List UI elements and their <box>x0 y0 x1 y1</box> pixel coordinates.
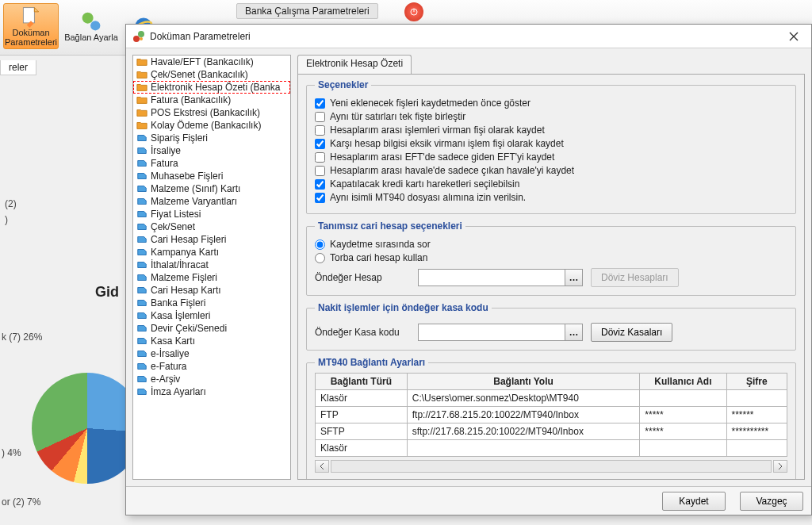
tree-item[interactable]: Fatura (Bankacılık) <box>133 94 290 106</box>
tree-item-label: Kolay Ödeme (Bankacılık) <box>151 120 261 131</box>
document-icon <box>19 6 43 28</box>
legend-undef: Tanımsız cari hesap seçenekleri <box>315 220 465 232</box>
tree-item[interactable]: Malzeme Varyantları <box>133 195 290 208</box>
close-button[interactable] <box>783 28 805 45</box>
tree-item[interactable]: Çek/Senet (Bankacılık) <box>133 68 290 81</box>
save-button[interactable]: Kaydet <box>662 492 726 511</box>
table-cell[interactable] <box>640 390 726 407</box>
table-cell[interactable] <box>726 440 787 457</box>
option-row: Aynı tür satırları tek fişte birleştir <box>315 111 787 122</box>
tree-item[interactable]: Kolay Ödeme (Bankacılık) <box>133 119 290 132</box>
radio[interactable] <box>315 240 325 250</box>
default-cash-input[interactable]: … <box>418 324 583 341</box>
legend-cash: Nakit işlemler için öndeğer kasa kodu <box>315 302 492 313</box>
currency-cash-button[interactable]: Döviz Kasaları <box>591 323 672 342</box>
tree-list[interactable]: Havale/EFT (Bankacılık)Çek/Senet (Bankac… <box>132 55 291 480</box>
table-cell[interactable] <box>726 390 787 407</box>
radio[interactable] <box>315 253 325 263</box>
table-row[interactable]: KlasörC:\Users\omer.sonmez\Desktop\MT940 <box>316 390 787 407</box>
scroll-right-button[interactable] <box>773 460 787 473</box>
power-button[interactable] <box>404 2 423 21</box>
default-cash-field[interactable] <box>419 324 565 340</box>
table-row[interactable]: Klasör <box>316 440 787 457</box>
checkbox[interactable] <box>315 98 325 109</box>
scroll-track[interactable] <box>331 460 772 473</box>
tree-item-label: Havale/EFT (Bankacılık) <box>151 56 254 67</box>
option-row: Aynı isimli MT940 dosyası alımına izin v… <box>315 192 787 203</box>
table-cell[interactable]: ********** <box>726 423 787 440</box>
checkbox[interactable] <box>315 152 325 163</box>
tree-item[interactable]: Kasa İşlemleri <box>133 309 290 322</box>
checkbox[interactable] <box>315 193 325 203</box>
checkbox[interactable] <box>315 179 325 190</box>
radio-label: Torba cari hesap kullan <box>330 252 427 263</box>
table-cell[interactable]: sftp://217.68.215.20:10022/MT940/Inbox <box>407 423 640 440</box>
tree-item[interactable]: İmza Ayarları <box>133 385 290 398</box>
radio-label: Kaydetme sırasında sor <box>330 239 431 250</box>
tree-item[interactable]: İrsaliye <box>133 144 290 157</box>
lookup-button[interactable]: … <box>565 270 582 285</box>
tree-item[interactable]: Sipariş Fişleri <box>133 132 290 144</box>
tree-item[interactable]: Fiyat Listesi <box>133 208 290 220</box>
tree-item[interactable]: Elektronik Hesap Özeti (Banka <box>133 81 290 94</box>
table-cell[interactable]: ***** <box>640 407 726 423</box>
ribbon-btn-doc-params[interactable]: Doküman Parametreleri <box>3 3 59 49</box>
tree-item-label: Fatura (Bankacılık) <box>151 94 231 105</box>
tree-item[interactable]: Malzeme (Sınıf) Kartı <box>133 182 290 195</box>
tree-item[interactable]: Cari Hesap Kartı <box>133 284 290 297</box>
fieldset-options: Seçenekler Yeni eklenecek fişleri kaydet… <box>306 79 796 214</box>
tree-item[interactable]: Kasa Kartı <box>133 335 290 347</box>
table-cell[interactable]: ***** <box>640 423 726 440</box>
tree-item-label: İmza Ayarları <box>151 386 206 397</box>
table-cell[interactable]: Klasör <box>316 390 408 407</box>
default-account-input[interactable]: … <box>418 269 583 286</box>
table-cell[interactable]: SFTP <box>316 423 408 440</box>
tree-item-label: Kampanya Kartı <box>151 247 219 258</box>
tree-item[interactable]: İthalat/İhracat <box>133 259 290 271</box>
table-cell[interactable]: ****** <box>726 407 787 423</box>
ribbon-btn-conn-settings[interactable]: Bağlan Ayarla <box>63 3 119 49</box>
lookup-button-cash[interactable]: … <box>565 324 582 340</box>
sub-tab[interactable]: reler <box>0 60 36 75</box>
horizontal-scrollbar[interactable] <box>315 460 787 473</box>
cancel-button[interactable]: Vazgeç <box>740 492 803 511</box>
tree-item[interactable]: Malzeme Fişleri <box>133 271 290 284</box>
tree-item[interactable]: Havale/EFT (Bankacılık) <box>133 56 290 68</box>
scroll-left-button[interactable] <box>315 460 329 473</box>
checkbox[interactable] <box>315 125 325 136</box>
checkbox[interactable] <box>315 166 325 176</box>
table-cell[interactable] <box>407 440 640 457</box>
tree-item[interactable]: Muhasebe Fişleri <box>133 170 290 182</box>
tree-item-label: Muhasebe Fişleri <box>151 171 223 182</box>
tree-item-label: Devir Çeki/Senedi <box>151 323 227 334</box>
currency-accounts-button[interactable]: Döviz Hesapları <box>591 268 679 287</box>
tab-elek-hesap[interactable]: Elektronik Hesap Özeti <box>297 55 412 74</box>
tree-item[interactable]: e-İrsaliye <box>133 347 290 360</box>
mt940-table[interactable]: Bağlantı TürüBağlantı YoluKullanıcı AdıŞ… <box>315 373 787 457</box>
table-cell[interactable]: FTP <box>316 407 408 423</box>
table-row[interactable]: SFTPsftp://217.68.215.20:10022/MT940/Inb… <box>316 423 787 440</box>
default-account-field[interactable] <box>419 270 565 285</box>
table-cell[interactable] <box>640 440 726 457</box>
table-row[interactable]: FTPftp://217.68.215.20:10022/MT940/Inbox… <box>316 407 787 423</box>
tree-item[interactable]: Çek/Senet <box>133 220 290 233</box>
tree-item[interactable]: Cari Hesap Fişleri <box>133 233 290 246</box>
tree-item[interactable]: Banka Fişleri <box>133 297 290 309</box>
tree-item[interactable]: e-Fatura <box>133 360 290 373</box>
svg-point-8 <box>138 31 144 37</box>
radio-row: Torba cari hesap kullan <box>315 252 787 263</box>
legend-mt940: MT940 Bağlantı Ayarları <box>315 357 428 368</box>
option-label: Aynı tür satırları tek fişte birleştir <box>330 111 465 122</box>
checkbox[interactable] <box>315 139 325 149</box>
table-cell[interactable]: C:\Users\omer.sonmez\Desktop\MT940 <box>407 390 640 407</box>
table-cell[interactable]: Klasör <box>316 440 408 457</box>
tree-item[interactable]: POS Ekstresi (Bankacılık) <box>133 106 290 119</box>
table-cell[interactable]: ftp://217.68.215.20:10022/MT940/Inbox <box>407 407 640 423</box>
checkbox[interactable] <box>315 112 325 122</box>
tree-item[interactable]: Fatura <box>133 157 290 170</box>
ribbon-btn-conn-settings-label: Bağlan Ayarla <box>64 33 118 42</box>
tree-item[interactable]: e-Arşiv <box>133 373 290 385</box>
fieldset-undef: Tanımsız cari hesap seçenekleri Kaydetme… <box>306 220 796 296</box>
tree-item[interactable]: Kampanya Kartı <box>133 246 290 259</box>
tree-item[interactable]: Devir Çeki/Senedi <box>133 322 290 335</box>
